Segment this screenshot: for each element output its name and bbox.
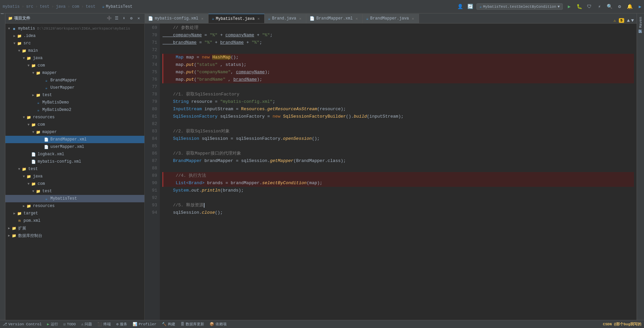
- tab-brand[interactable]: ☕ Brand.java ✕: [265, 14, 306, 23]
- folder-db-icon: 📁: [11, 233, 17, 238]
- tree-extensions[interactable]: ▶ 📁 扩展: [5, 224, 144, 232]
- problems-item[interactable]: ⚠ 问题: [81, 322, 92, 327]
- sidebar-expand-btn[interactable]: ⬇: [121, 15, 127, 22]
- tab-mybatistest[interactable]: ☕ MybatisTest.java ✕: [209, 14, 265, 23]
- breadcrumb-java[interactable]: java: [56, 4, 65, 9]
- breadcrumb-mybatis[interactable]: mybatis: [3, 4, 19, 9]
- breadcrumb-test[interactable]: test: [40, 4, 49, 9]
- expand-btn[interactable]: ▼: [631, 18, 634, 23]
- app-icon: ▶: [639, 4, 641, 9]
- code-line-77: [163, 83, 634, 91]
- tab-label-mybatistest: MybatisTest.java: [216, 16, 255, 21]
- tab-icon-brandmapper-xml: 📄: [310, 16, 315, 21]
- version-control-item[interactable]: ⎇ Version Control: [3, 322, 42, 326]
- tree-brandmapper-xml[interactable]: 📄 BrandMapper.xml: [5, 136, 144, 143]
- tree-test[interactable]: ▶ 📁 test: [5, 91, 144, 99]
- editor-content[interactable]: 69 70 71 72 73 74 75 76 77 78 79 80 81 8…: [145, 24, 637, 320]
- tree-mybatisdemo[interactable]: ☕ MyBatisDemo: [5, 99, 144, 106]
- breadcrumb-com[interactable]: com: [72, 4, 79, 9]
- tree-db-console[interactable]: ▶ 📁 数据库控制台: [5, 232, 144, 239]
- tree-java[interactable]: ▼ 📁 java: [5, 54, 144, 62]
- tree-mybatis-config-xml[interactable]: 📄 mybatis-config.xml: [5, 158, 144, 165]
- maven-tab[interactable]: Maven: [638, 15, 644, 30]
- folder-test-com-icon: 📁: [31, 181, 36, 187]
- tree-logback-xml[interactable]: 📄 logback.xml: [5, 151, 144, 158]
- watermark: CSDN @那个bug我写的: [603, 322, 641, 327]
- services-item[interactable]: ⚙ 服务: [116, 322, 127, 327]
- profile-button[interactable]: ⚡: [596, 3, 603, 10]
- tree-mybatisdemo2[interactable]: ☕ MyBatisDemo2: [5, 106, 144, 114]
- db-update-item[interactable]: 🗄 数据库更新: [181, 322, 204, 327]
- folder-main-icon: 📁: [21, 48, 27, 53]
- settings-button[interactable]: ⚙: [616, 3, 623, 10]
- breadcrumb-src[interactable]: src: [26, 4, 34, 9]
- run-button[interactable]: ▶: [565, 3, 573, 10]
- tab-label-mybatis-config: mybatis-config.xml: [155, 16, 198, 21]
- tree-test-java[interactable]: ▼ 📁 java: [5, 173, 144, 180]
- tree-mybatis[interactable]: ▼ ◼ mybatis D:\29128\Workspaces\IDEA_wor…: [5, 25, 144, 32]
- folder-mapper-icon: 📁: [36, 70, 41, 76]
- folder-resources-icon: 📁: [26, 115, 32, 120]
- tab-mybatis-config[interactable]: 📄 mybatis-config.xml ✕: [145, 14, 209, 23]
- code-line-86: //3. 获取Mapper接口的代理对象: [163, 150, 634, 157]
- sidebar: 📁 项目文件 ➕ ☰ ⬇ ⚙ ✕ ▼ ◼ mybatis D:\29128\Wo…: [5, 13, 145, 320]
- build-label: 构建: [168, 322, 175, 327]
- account-icon[interactable]: 👤: [456, 3, 464, 10]
- problems-label: 问题: [85, 322, 92, 327]
- tree-test-main[interactable]: ▼ 📁 test: [5, 165, 144, 173]
- tree-idea[interactable]: ▶ 📁 .idea: [5, 32, 144, 40]
- tree-usermapper-xml[interactable]: 📄 userMapper.xml: [5, 143, 144, 151]
- sidebar-layout-btn[interactable]: ☰: [113, 15, 120, 22]
- code-line-85: [163, 142, 634, 150]
- sync-icon[interactable]: 🔄: [466, 3, 474, 10]
- sidebar-settings-btn[interactable]: ⚙: [128, 15, 134, 22]
- tree-src[interactable]: ▼ 📁 src: [5, 40, 144, 47]
- tree-target[interactable]: ▶ 📁 target: [5, 210, 144, 217]
- sidebar-add-btn[interactable]: ➕: [106, 15, 112, 22]
- todo-item[interactable]: ☑ TODO: [63, 322, 76, 326]
- collapse-btn[interactable]: ▲: [627, 18, 630, 23]
- tree-mapper[interactable]: ▼ 📁 mapper: [5, 69, 144, 77]
- tree-label-usermapper-xml: userMapper.xml: [50, 145, 84, 149]
- run-label: 运行: [51, 322, 58, 327]
- profiler-item[interactable]: 📊 Profiler: [133, 322, 156, 326]
- tab-close-brandmapper-java[interactable]: ✕: [411, 16, 415, 21]
- top-bar-right: 👤 🔄 ☕ MybatisTest.testSelectByCondition …: [456, 3, 641, 10]
- tab-close-brandmapper-xml[interactable]: ✕: [354, 16, 359, 21]
- terminal-item[interactable]: ⬛ 终端: [97, 322, 111, 327]
- tab-close-mybatistest[interactable]: ✕: [256, 16, 261, 21]
- code-lines[interactable]: // 参数处理 companyName = "%" + companyName …: [160, 24, 637, 320]
- tree-label-mybatisdemo: MyBatisDemo: [42, 100, 69, 105]
- todo-label: TODO: [67, 322, 76, 326]
- debug-button[interactable]: 🐛: [576, 3, 583, 10]
- tree-test-com[interactable]: ▼ 📁 com: [5, 180, 144, 188]
- notifications-tab[interactable]: 通知: [637, 34, 644, 38]
- search-button[interactable]: 🔍: [606, 3, 613, 10]
- tab-brandmapper-xml[interactable]: 📄 BrandMapper.xml ✕: [306, 14, 363, 23]
- tab-close-brand[interactable]: ✕: [298, 16, 303, 21]
- tree-com-res[interactable]: ▼ 📁 com: [5, 121, 144, 128]
- tree-mybatistest[interactable]: ☕ MybatisTest: [5, 195, 144, 202]
- sidebar-close-btn[interactable]: ✕: [136, 15, 142, 22]
- breadcrumb-test2[interactable]: test: [86, 4, 95, 9]
- tree-resources[interactable]: ▼ 📁 resources: [5, 114, 144, 121]
- todo-icon: ☑: [63, 322, 66, 326]
- tree-label-test-test: test: [42, 189, 52, 194]
- tab-brandmapper-java[interactable]: ☕ BrandMapper.java ✕: [363, 14, 419, 23]
- tree-brandmapper[interactable]: ☕ BrandMapper: [5, 77, 144, 84]
- tab-close-mybatis-config[interactable]: ✕: [200, 16, 205, 21]
- tree-test-resources[interactable]: ▶ 📁 resources: [5, 202, 144, 210]
- tree-test-test[interactable]: ▼ 📁 test: [5, 188, 144, 195]
- tree-com[interactable]: ▼ 📁 com: [5, 62, 144, 69]
- run-item[interactable]: ▶ 运行: [47, 322, 58, 327]
- run-config-selector[interactable]: ☕ MybatisTest.testSelectByCondition ▼: [476, 3, 563, 10]
- tree-usermapper[interactable]: ☕ UserMapper: [5, 84, 144, 91]
- bookmarks-tab[interactable]: 书签: [0, 15, 6, 19]
- build-item[interactable]: 🔨 构建: [162, 322, 175, 327]
- dependencies-item[interactable]: 📦 依赖项: [210, 322, 227, 327]
- tree-mapper-res[interactable]: ▼ 📁 mapper: [5, 128, 144, 136]
- tree-main[interactable]: ▼ 📁 main: [5, 47, 144, 54]
- tree-pom-xml[interactable]: m pom.xml: [5, 217, 144, 224]
- coverage-button[interactable]: 🛡: [586, 3, 593, 10]
- notification-button[interactable]: 🔔: [626, 3, 633, 10]
